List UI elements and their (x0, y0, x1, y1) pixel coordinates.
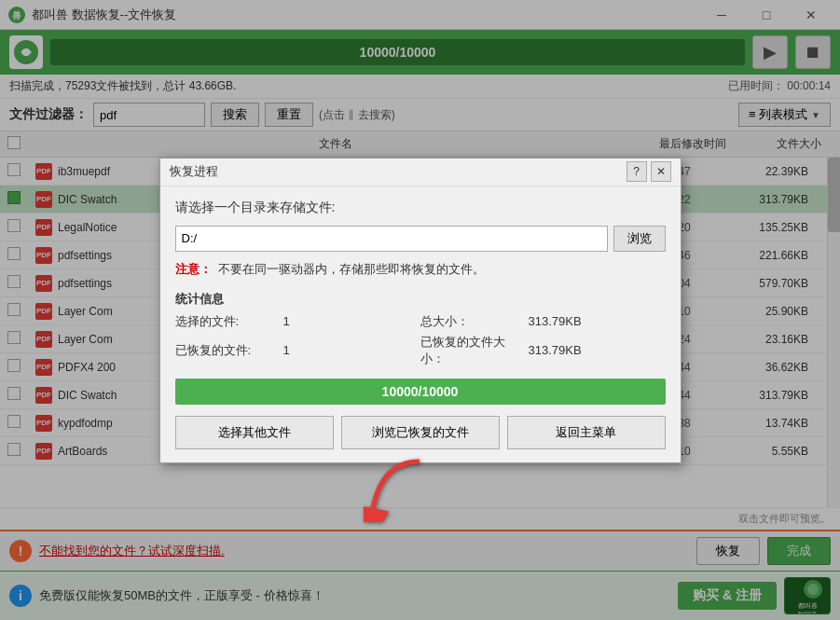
stats-grid: 选择的文件: 1 总大小： 313.79KB 已恢复的文件: 1 已恢复的文件大… (175, 313, 666, 367)
stat-selected-files: 选择的文件: 1 (175, 313, 420, 330)
stats-title: 统计信息 (175, 291, 666, 308)
stats-section: 统计信息 选择的文件: 1 总大小： 313.79KB 已恢复的文件: 1 (175, 291, 666, 367)
browse-button[interactable]: 浏览 (613, 226, 666, 252)
restored-size-label: 已恢复的文件大小： (420, 334, 523, 367)
dialog-footer-buttons: 选择其他文件 浏览已恢复的文件 返回主菜单 (175, 416, 666, 449)
warning-message: 注意： 不要在同一驱动器内，存储那些即将恢复的文件。 (175, 261, 666, 278)
dialog-overlay: 恢复进程 ? ✕ 请选择一个目录来存储文件: 浏览 注意： 不要在同一驱动器内，… (0, 0, 840, 620)
dialog-controls: ? ✕ (627, 161, 671, 182)
restored-files-value: 1 (283, 343, 290, 357)
selected-files-value: 1 (283, 314, 290, 328)
stat-total-size: 总大小： 313.79KB (420, 313, 666, 330)
dialog-titlebar: 恢复进程 ? ✕ (160, 158, 681, 186)
recovery-dialog: 恢复进程 ? ✕ 请选择一个目录来存储文件: 浏览 注意： 不要在同一驱动器内，… (159, 158, 682, 463)
path-input[interactable] (175, 226, 608, 252)
browse-recovered-button[interactable]: 浏览已恢复的文件 (341, 416, 500, 449)
warning-label: 注意： (175, 262, 212, 276)
total-size-value: 313.79KB (529, 314, 582, 328)
dialog-title: 恢复进程 (170, 163, 627, 180)
dialog-help-button[interactable]: ? (627, 161, 647, 182)
total-size-label: 总大小： (420, 313, 523, 330)
dialog-progress-bar: 10000/10000 (175, 379, 666, 405)
restored-size-value: 313.79KB (529, 343, 582, 357)
stat-restored-files: 已恢复的文件: 1 (175, 334, 420, 367)
selected-files-label: 选择的文件: (175, 313, 278, 330)
choose-other-files-button[interactable]: 选择其他文件 (175, 416, 334, 449)
arrow-icon (364, 457, 438, 522)
restored-files-label: 已恢复的文件: (175, 342, 278, 359)
path-row: 浏览 (175, 226, 666, 252)
warning-text: 不要在同一驱动器内，存储那些即将恢复的文件。 (218, 262, 485, 276)
stat-restored-size: 已恢复的文件大小： 313.79KB (420, 334, 666, 367)
dialog-body: 请选择一个目录来存储文件: 浏览 注意： 不要在同一驱动器内，存储那些即将恢复的… (160, 186, 681, 462)
dialog-section-label: 请选择一个目录来存储文件: (175, 200, 666, 216)
dialog-close-button[interactable]: ✕ (651, 161, 671, 182)
return-main-button[interactable]: 返回主菜单 (507, 416, 666, 449)
